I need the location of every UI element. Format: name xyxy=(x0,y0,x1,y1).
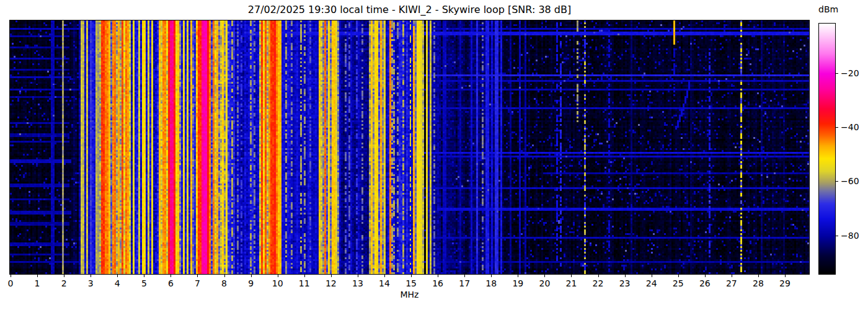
x-tick-label: 13 xyxy=(352,278,363,288)
x-tick-mark xyxy=(598,275,599,277)
x-tick-mark xyxy=(251,275,252,277)
x-tick-label: 15 xyxy=(405,278,417,288)
x-tick-mark xyxy=(705,275,706,277)
plot-area xyxy=(9,20,810,275)
x-tick-label: 29 xyxy=(779,278,790,288)
x-tick-label: 22 xyxy=(593,278,604,288)
x-tick-mark xyxy=(464,275,465,277)
x-tick-label: 11 xyxy=(299,278,310,288)
x-tick-mark xyxy=(331,275,332,277)
spectrogram-figure: 27/02/2025 19:30 local time - KIWI_2 - S… xyxy=(0,0,868,310)
x-tick-label: 28 xyxy=(753,278,764,288)
x-tick-label: 18 xyxy=(485,278,497,288)
chart-title: 27/02/2025 19:30 local time - KIWI_2 - S… xyxy=(9,4,810,16)
x-tick-label: 6 xyxy=(168,278,174,288)
x-tick-label: 4 xyxy=(115,278,120,288)
colorbar xyxy=(818,23,836,275)
x-tick-mark xyxy=(785,275,786,277)
colorbar-label: dBm xyxy=(818,4,836,14)
x-tick-mark xyxy=(678,275,679,277)
x-tick-mark xyxy=(358,275,358,277)
x-tick-mark xyxy=(37,275,38,277)
colorbar-gradient-canvas xyxy=(819,24,835,274)
x-tick-label: 1 xyxy=(35,278,40,288)
x-tick-label: 3 xyxy=(88,278,94,288)
x-tick-mark xyxy=(411,275,412,277)
colorbar-tick-mark xyxy=(836,236,838,236)
x-tick-mark xyxy=(224,275,225,277)
x-tick-label: 26 xyxy=(699,278,711,288)
x-tick-mark xyxy=(384,275,385,277)
x-tick-mark xyxy=(197,275,198,277)
x-tick-mark xyxy=(625,275,626,277)
x-tick-label: 14 xyxy=(379,278,390,288)
x-tick-label: 12 xyxy=(326,278,337,288)
colorbar-tick-mark xyxy=(836,181,838,182)
x-tick-label: 5 xyxy=(141,278,147,288)
x-tick-mark xyxy=(491,275,492,277)
x-tick-label: 25 xyxy=(673,278,684,288)
x-tick-label: 23 xyxy=(619,278,631,288)
colorbar-tick-label: −20 xyxy=(841,68,859,78)
colorbar-tick-mark xyxy=(836,127,838,128)
x-tick-mark xyxy=(544,275,545,277)
x-axis-label: MHz xyxy=(9,290,810,299)
x-tick-label: 19 xyxy=(512,278,523,288)
x-tick-label: 27 xyxy=(726,278,737,288)
x-tick-mark xyxy=(91,275,91,277)
x-tick-mark xyxy=(170,275,171,277)
x-tick-label: 9 xyxy=(248,278,254,288)
x-tick-label: 16 xyxy=(432,278,443,288)
x-tick-mark xyxy=(278,275,278,277)
x-tick-label: 20 xyxy=(539,278,550,288)
x-tick-mark xyxy=(732,275,732,277)
x-tick-label: 8 xyxy=(221,278,227,288)
x-tick-label: 24 xyxy=(646,278,657,288)
x-tick-mark xyxy=(117,275,118,277)
colorbar-tick-label: −80 xyxy=(841,231,859,241)
x-tick-label: 0 xyxy=(8,278,14,288)
colorbar-tick-label: −40 xyxy=(841,122,859,132)
x-tick-label: 17 xyxy=(459,278,470,288)
x-tick-mark xyxy=(518,275,518,277)
x-tick-mark xyxy=(64,275,64,277)
x-tick-mark xyxy=(652,275,652,277)
colorbar-tick-mark xyxy=(836,73,838,74)
x-tick-label: 2 xyxy=(61,278,67,288)
colorbar-tick-label: −60 xyxy=(841,176,859,186)
x-tick-mark xyxy=(304,275,305,277)
x-tick-mark xyxy=(758,275,759,277)
x-tick-label: 21 xyxy=(566,278,577,288)
x-tick-mark xyxy=(571,275,572,277)
x-tick-label: 7 xyxy=(195,278,200,288)
x-tick-mark xyxy=(11,275,11,277)
spectrogram-canvas xyxy=(10,20,809,274)
x-tick-mark xyxy=(438,275,438,277)
x-tick-label: 10 xyxy=(272,278,283,288)
x-tick-mark xyxy=(144,275,144,277)
